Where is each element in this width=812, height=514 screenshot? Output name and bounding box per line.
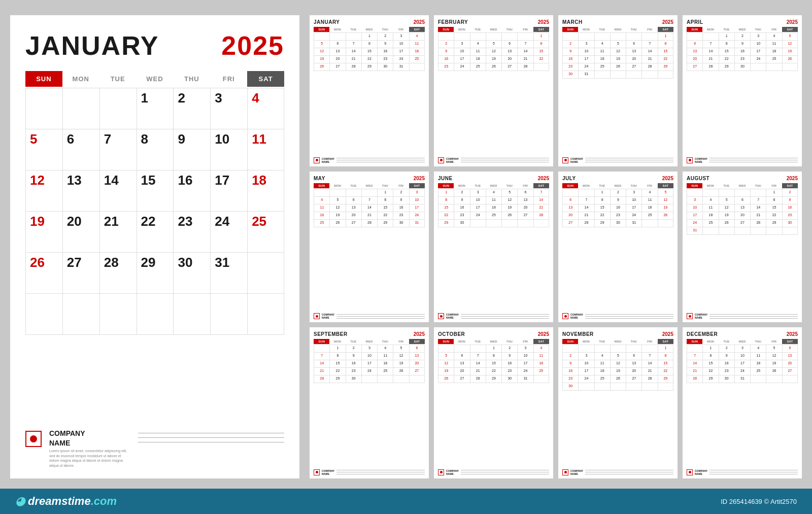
small-day-cell: 25 [486,212,501,219]
large-day-cell: 0 [247,294,284,334]
small-day-cell: 25 [409,56,425,63]
small-week-row: 14151617181920 [314,360,425,367]
small-day-cell: 11 [641,197,657,204]
small-day-cell: 12 [329,204,345,212]
small-footer-line-2 [709,316,798,317]
small-week-row: 23242526272829 [562,63,673,71]
small-day-cell: 29 [658,375,673,383]
small-company-box [438,469,444,475]
small-footer-line-2 [461,472,549,472]
small-day-cell [346,33,361,40]
small-day-cell [470,33,486,40]
small-day-cell [578,345,594,352]
large-day-cell: 28 [99,253,137,293]
small-week-row: 2345678 [562,352,673,360]
small-day-header: SUN [438,27,454,32]
small-company-text: COMPANYNAME [446,469,459,475]
small-week-row: 282930 [314,375,425,383]
small-cal-year-num: 2025 [538,176,549,181]
small-day-cell: 16 [346,360,361,367]
small-day-cell [361,375,377,383]
small-day-header: TUE [470,183,486,188]
small-day-cell [641,33,657,40]
small-day-cell: 24 [750,56,766,63]
large-day-num: 17 [215,174,243,187]
small-day-cell [562,33,578,40]
small-day-cell: 9 [438,48,454,55]
small-cal-year-num: 2025 [787,19,798,25]
small-day-cell [702,189,718,196]
small-week-row: 567891011 [314,40,425,48]
small-day-cell [687,189,702,196]
large-day-num: 0 [30,91,58,105]
small-day-cell: 1 [438,189,454,196]
small-day-cell: 25 [314,220,329,227]
large-day-cell: 30 [173,253,210,293]
small-company-icon [564,315,567,318]
large-day-cell: 8 [137,129,174,170]
small-day-cell: 22 [438,212,454,219]
large-day-num: 10 [215,132,243,146]
small-day-cell: 6 [734,197,750,204]
small-week-row: 16171819202122 [562,55,673,63]
small-day-cell: 23 [734,56,750,63]
large-day-num: 21 [104,215,132,228]
small-footer-line-1 [585,158,673,158]
small-day-cell [610,33,626,40]
small-day-cell [719,227,734,234]
small-day-cell: 26 [719,220,734,227]
small-day-header: MON [702,183,718,188]
small-day-cell: 15 [658,48,673,55]
small-day-header: FRI [393,27,409,32]
small-day-cell: 22 [329,368,345,375]
large-day-num: 31 [215,256,243,269]
small-cal-footer: COMPANYNAME [438,469,549,475]
small-day-cell: 4 [641,189,657,196]
small-day-header: MON [454,339,469,344]
small-company-name-block: COMPANYNAME [322,313,334,319]
small-week-row: 3456789 [687,196,798,204]
large-calendar: JANUARY 2025 SUN MON TUE WED THU FRI SAT… [10,15,299,478]
small-week-row: 23242526272829 [562,375,673,383]
large-day-num: 0 [104,297,132,310]
small-days-header: SUNMONTUEWEDTHUFRISAT [562,339,673,344]
small-day-header: MON [578,339,594,344]
small-cal-month-name: AUGUST [687,176,709,181]
large-cal-header: JANUARY 2025 [25,30,284,61]
small-day-cell: 21 [641,56,657,63]
small-week-row: 16171819202122 [562,367,673,375]
small-day-cell: 13 [346,204,361,212]
small-day-cell [641,220,657,227]
small-day-cell: 23 [454,212,469,219]
small-day-cell [501,33,517,40]
small-day-cell: 7 [578,197,594,204]
small-day-cell: 25 [594,63,610,71]
small-day-cell: 22 [377,212,393,219]
small-day-cell: 22 [766,212,782,219]
small-day-cell: 15 [594,204,610,212]
large-cal-weeks: 0001234567891011121314151617181920212223… [25,88,284,335]
large-day-num: 0 [141,297,170,310]
wed-header: WED [137,71,174,87]
small-day-cell: 10 [393,41,409,48]
small-day-header: WED [486,27,501,32]
small-day-cell [766,227,782,234]
small-week-row: 12345 [687,32,798,40]
small-day-cell: 7 [346,41,361,48]
small-day-header: THU [626,183,641,188]
small-day-cell: 31 [734,375,750,383]
small-day-cell: 19 [658,204,673,212]
small-day-cell: 15 [361,48,377,55]
large-day-cell: 10 [210,129,247,170]
small-day-header: SUN [438,183,454,188]
small-day-cell: 16 [438,56,454,63]
small-day-cell [533,220,549,227]
large-day-num: 3 [215,91,243,105]
small-footer-line-3 [461,162,549,162]
small-day-cell: 26 [782,56,798,63]
small-footer-lines [585,470,673,474]
large-day-num: 0 [104,91,132,105]
small-day-cell [578,33,594,40]
small-footer-line-1 [461,314,549,315]
small-day-cell: 7 [470,353,486,360]
